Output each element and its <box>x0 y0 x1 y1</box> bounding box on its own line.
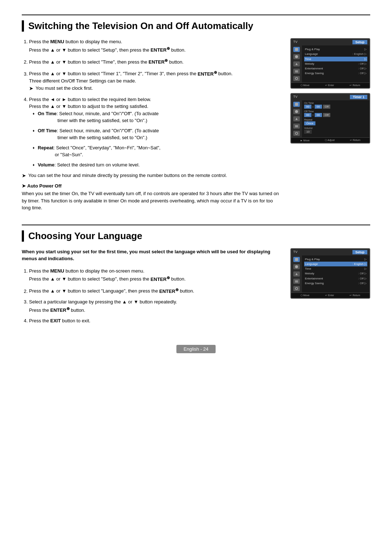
tv-setup2-header-right: Setup <box>352 250 367 254</box>
s2-footer-enter: ↵ Enter <box>325 294 334 297</box>
tv-icon-2 <box>293 54 300 59</box>
timer-volume-value: 10 <box>304 130 312 134</box>
tv-icon-4 <box>293 69 300 74</box>
auto-power-title-text: Auto Power Off <box>27 183 62 189</box>
s2-menu-energy: Energy Saving : Off ▷ <box>304 281 367 286</box>
tv-setup2-main: Plug & Play ▷ Language : English ▷ Time … <box>302 255 369 293</box>
timer-ontime-label: On Time <box>304 102 330 104</box>
svg-rect-6 <box>295 103 298 106</box>
tv-timer-header: TV Timer 1 <box>291 94 369 100</box>
menu-time: Time ▷ <box>304 57 367 61</box>
s2-exit-bold: EXIT <box>50 318 61 323</box>
timer-offtime-label: Off Time <box>304 110 330 113</box>
tv-timer-icon5 <box>293 131 300 136</box>
svg-marker-14 <box>295 273 298 275</box>
bullet-volume: Volume: Select the desired turn on volum… <box>33 161 282 169</box>
tv-timer-icon1 <box>293 102 300 107</box>
timer-volume-row: Volume 10 <box>304 127 330 134</box>
tv-setup2-body: Plug & Play ▷ Language : English ▷ Time … <box>291 255 369 293</box>
ontime-bold: On Time <box>38 111 57 116</box>
section2-inner: When you start using your set for the fi… <box>22 248 370 328</box>
svg-rect-4 <box>295 72 298 72</box>
menu-language: Language : English ▷ <box>304 52 367 56</box>
timer-footer-adjust: ⬡ Adjust <box>325 139 335 142</box>
menu-plug-play: Plug & Play ▷ <box>304 47 367 52</box>
tv-setup2-footer: ⬡ Move ↵ Enter ↩ Return <box>291 293 369 298</box>
tv-sidebar <box>291 45 302 82</box>
svg-point-1 <box>295 55 298 58</box>
section1-step4: Press the ◄ or ► button to select the re… <box>29 96 282 169</box>
tv-timer-icon4 <box>293 124 300 129</box>
svg-rect-12 <box>295 258 298 261</box>
tv-timer-body-wrap: On Time 00 : 00 Off Off Time 00 <box>291 100 369 137</box>
menu-energy: Energy Saving : Off ▷ <box>304 71 367 76</box>
tv-s2-icon4 <box>293 279 300 284</box>
section1-bullets: On Time: Select hour, minute, and "On"/"… <box>33 110 282 169</box>
svg-rect-3 <box>295 70 298 71</box>
enter-bold: ENTER⊕ <box>151 47 170 53</box>
timer-repeat-value: Once <box>304 121 315 125</box>
section1-step2: Press the ▲ or ▼ button to select "Time"… <box>29 57 282 66</box>
enter-bold2: ENTER⊕ <box>148 59 168 65</box>
footer-return: ↩ Return <box>350 84 360 87</box>
tv-col-section1: TV Setup <box>290 38 370 148</box>
section2-step1: Press the MENU button to display the on-… <box>29 267 282 283</box>
section2-step4: Press the EXIT button to exit. <box>29 317 282 325</box>
svg-marker-2 <box>295 63 298 65</box>
s2-menu-plug-play: Plug & Play ▷ <box>304 257 367 262</box>
timer-footer-return: ↩ Return <box>350 139 360 142</box>
tv-timer-icon3 <box>293 116 300 121</box>
s2-menu-melody: Melody : Off ▷ <box>304 271 367 276</box>
section1-step3: Press the ▲ or ▼ button to select "Timer… <box>29 69 282 92</box>
tv-timer-main: On Time 00 : 00 Off Off Time 00 <box>302 100 332 137</box>
tv-timer-screen: TV Timer 1 <box>290 93 370 144</box>
tv-header-right: Setup <box>352 40 367 44</box>
tv-header-left: TV <box>293 40 298 44</box>
tv-setup-main: Plug & Play ▷ Language : English ▷ Time … <box>302 45 369 82</box>
tv-setup2-screen: TV Setup <box>290 248 370 299</box>
timer-repeat-label: Repeat <box>304 118 330 121</box>
tv-icon-3 <box>293 61 300 67</box>
tv-timer-icon2 <box>293 109 300 114</box>
page-number-label: English - 24 <box>176 345 216 353</box>
tv-timer-header-right: Timer 1 <box>350 95 367 99</box>
auto-power-title-row: ➤ Auto Power Off <box>22 183 282 189</box>
section1-inner: Press the MENU button to display the men… <box>22 38 370 211</box>
timer-on-m: 00 <box>315 105 322 109</box>
section2-block: Choosing Your Language When you start us… <box>22 225 370 328</box>
tv-timer-sidebar <box>291 100 302 137</box>
timer-on-state: Off <box>323 105 331 109</box>
svg-rect-15 <box>295 281 298 281</box>
menu-bold: MENU <box>50 39 64 44</box>
timer-off-h: 00 <box>304 113 311 117</box>
tv-icon-5 <box>293 76 300 81</box>
offtime-bold: Off Time <box>38 128 57 133</box>
section1-title: Switching the Television On and Off Auto… <box>22 20 370 32</box>
section2-step2: Press the ▲ or ▼ button to select "Langu… <box>29 286 282 295</box>
svg-rect-16 <box>295 282 298 282</box>
svg-rect-9 <box>295 125 298 126</box>
bullet-offtime: Off Time: Select hour, minute, and "On"/… <box>33 127 282 141</box>
s2-enter-bold: ENTER⊕ <box>151 277 170 282</box>
s2-menu-bold: MENU <box>50 268 64 274</box>
tv-s2-icon3 <box>293 271 300 277</box>
tv-s2-icon1 <box>293 257 300 262</box>
timer-volume-label: Volume <box>304 127 330 129</box>
tv-setup-screen: TV Setup <box>290 38 370 89</box>
svg-point-13 <box>295 265 298 268</box>
tv-col-section2: TV Setup <box>290 248 370 303</box>
auto-power-text: When you set the timer On, the TV will e… <box>22 190 282 211</box>
timer-ontime-row: On Time 00 : 00 Off <box>304 102 330 109</box>
arrow-icon2: ➤ <box>22 172 26 180</box>
svg-point-11 <box>295 132 298 134</box>
page-footer: English - 24 <box>22 343 370 355</box>
svg-rect-0 <box>295 48 298 51</box>
s2-menu-entertainment: Entertainment : Off ▷ <box>304 276 367 281</box>
tv-icon-1 <box>293 47 300 52</box>
s2-enter-bold3: ENTER⊕ <box>50 307 70 313</box>
svg-point-5 <box>295 77 298 80</box>
tv-setup-footer: ⬡ Move ↵ Enter ↩ Return <box>291 82 369 88</box>
section1-block: Switching the Television On and Off Auto… <box>22 15 370 211</box>
note-hour: ➤ You can set the hour and minute direct… <box>22 172 282 180</box>
timer-footer-move: ► Move <box>300 139 310 142</box>
